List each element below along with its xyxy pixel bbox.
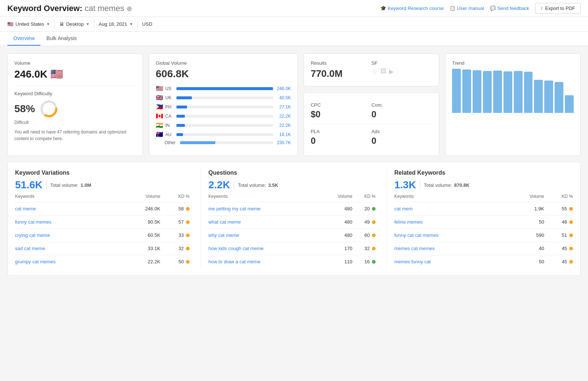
kv-count: 51.6K [15, 179, 43, 191]
tab-bulk-analysis[interactable]: Bulk Analysis [40, 32, 82, 46]
kw-link[interactable]: why cat meme [208, 232, 239, 238]
currency-label: USD [138, 20, 157, 28]
country-bars-list: 🇺🇸 US 246.0K 🇬🇧 UK 40.5K [156, 85, 291, 145]
table-row: funny cat cat memes 590 51 [394, 229, 573, 242]
com-cell: Com. 0 [372, 99, 432, 124]
in-code: IN [165, 123, 174, 128]
keyword-variations-title: Keyword Variations [15, 170, 190, 176]
country-row-ca: 🇨🇦 CA 22.2K [156, 113, 291, 120]
kw-link[interactable]: cat meme [15, 206, 36, 211]
kd-cell: 32 [160, 242, 190, 255]
cpc-value: $0 [311, 109, 371, 120]
kw-volume: 90.5K [121, 216, 160, 229]
kw-link[interactable]: how kids cough cat meme [208, 246, 263, 251]
kw-link[interactable]: grumpy cat memes [15, 259, 56, 264]
kd-cell: 32 [352, 242, 376, 255]
table-row: why cat meme 480 60 [208, 229, 376, 242]
trend-card: Trend [445, 53, 581, 156]
kw-link[interactable]: cat mem [394, 206, 413, 211]
kd-label: Keyword Difficulty [14, 91, 136, 96]
kw-link[interactable]: memes cat memes [394, 246, 435, 251]
export-label: Export to PDF [545, 6, 575, 11]
cpc-card: CPC $0 Com. 0 PLA 0 Ads 0 [304, 92, 439, 156]
global-volume-label: Global Volume [156, 60, 291, 66]
in-bar [176, 124, 185, 127]
questions-section: Questions 2.2K Total volume: 3.5K Keywor… [201, 170, 387, 268]
trend-bar-0 [452, 69, 461, 113]
kw-volume: 480 [322, 216, 352, 229]
uk-bar-container [176, 96, 273, 99]
filters-bar: 🇺🇸 United States ▼ 🖥 Desktop ▼ Aug 18, 2… [0, 17, 588, 32]
rk-meta: Total volume: 870.8K [424, 182, 470, 188]
kw-link[interactable]: me petting my cat meme [208, 206, 261, 211]
q-col-keywords: Keywords [208, 192, 322, 202]
kw-link[interactable]: what cat meme [208, 219, 241, 225]
kd-cell: 51 [544, 229, 573, 242]
trend-bar-5 [503, 71, 512, 113]
questions-title: Questions [208, 170, 376, 176]
in-flag: 🇮🇳 [156, 122, 163, 129]
tab-overview[interactable]: Overview [7, 32, 40, 46]
table-row: funny cat memes 90.5K 57 [15, 216, 190, 229]
export-icon: ↑ [541, 6, 543, 11]
table-row: how kids cough cat meme 170 32 [208, 242, 376, 255]
rk-count: 1.3K [394, 179, 416, 191]
table-row: cat meme 246.0K 58 [15, 202, 190, 216]
user-manual-link[interactable]: 📋 User manual [449, 6, 484, 11]
kv-table-header: Keywords Volume KD % [15, 192, 190, 202]
ph-bar-container [176, 106, 273, 108]
device-filter[interactable]: 🖥 Desktop ▼ [55, 20, 94, 28]
in-bar-container [176, 124, 273, 127]
kw-link[interactable]: feline memes [394, 219, 423, 225]
kw-link[interactable]: funny cat cat memes [394, 232, 438, 238]
kd-dot-icon [186, 260, 190, 264]
results-cpc-column: Results 770.0M SF ☆ 🖼 ▶ [304, 53, 439, 156]
country-row-au: 🇦🇺 AU 18.1K [156, 131, 291, 138]
kd-dot-icon [569, 234, 573, 237]
kd-row: 58% [14, 99, 136, 118]
tabs-bar: Overview Bulk Analysis [0, 32, 588, 46]
q-tbody: me petting my cat meme 480 20 what cat m… [208, 202, 376, 268]
send-feedback-link[interactable]: 💬 Send feedback [490, 6, 529, 11]
kw-link[interactable]: funny cat memes [15, 219, 51, 225]
kv-total-value: 1.0M [80, 182, 91, 188]
kw-link[interactable]: sad cat meme [15, 246, 45, 251]
com-value: 0 [372, 109, 432, 120]
kw-volume: 50 [507, 216, 544, 229]
other-volume: 230.7K [275, 140, 291, 145]
kw-volume: 590 [507, 229, 544, 242]
kd-cell: 45 [544, 242, 573, 255]
rk-count-row: 1.3K Total volume: 870.8K [394, 179, 573, 191]
play-icon: ▶ [389, 68, 394, 76]
results-value: 770.0M [311, 68, 371, 79]
ph-volume: 27.1K [275, 104, 291, 110]
kd-cell: 58 [160, 202, 190, 216]
kw-link[interactable]: how to draw a cat meme [208, 259, 261, 264]
keyword-research-link[interactable]: 🎓 Keyword Research course [380, 6, 444, 11]
q-total-label: Total volume: [238, 182, 266, 188]
other-code: Other [165, 140, 178, 145]
add-keyword-icon[interactable]: ⊕ [126, 5, 132, 13]
keyword-variations-section: Keyword Variations 51.6K Total volume: 1… [15, 170, 201, 268]
kw-volume: 480 [322, 202, 352, 216]
pla-cell: PLA 0 [311, 124, 371, 149]
kv-count-row: 51.6K Total volume: 1.0M [15, 179, 190, 191]
results-grid: Results 770.0M SF ☆ 🖼 ▶ [311, 60, 432, 79]
table-row: crying cat meme 60.5K 33 [15, 229, 190, 242]
date-filter[interactable]: Aug 18, 2021 ▼ [94, 20, 138, 28]
country-row-ph: 🇵🇭 PH 27.1K [156, 103, 291, 110]
country-row-uk: 🇬🇧 UK 40.5K [156, 94, 291, 101]
country-filter[interactable]: 🇺🇸 United States ▼ [7, 20, 55, 28]
ads-label: Ads [372, 129, 432, 134]
send-feedback-label: Send feedback [497, 6, 529, 11]
kw-link[interactable]: crying cat meme [15, 232, 50, 238]
kd-cell: 57 [160, 216, 190, 229]
kd-donut-chart [39, 99, 58, 118]
sf-col: SF ☆ 🖼 ▶ [372, 60, 432, 79]
table-row: cat mem 1.9K 55 [394, 202, 573, 216]
q-count-row: 2.2K Total volume: 3.5K [208, 179, 376, 191]
kw-volume: 246.0K [121, 202, 160, 216]
ph-bar [176, 106, 187, 108]
export-pdf-button[interactable]: ↑ Export to PDF [535, 3, 581, 14]
kw-link[interactable]: memes funny cat [394, 259, 431, 264]
